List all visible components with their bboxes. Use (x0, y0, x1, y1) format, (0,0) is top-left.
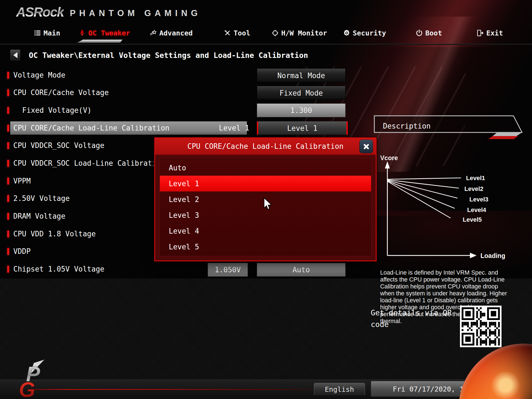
rocket-icon (78, 29, 86, 37)
setting-row[interactable]: Voltage Mode (0, 68, 258, 82)
red-tick-marker (7, 195, 9, 202)
voltage-mode-value-button[interactable]: Normal Mode (257, 69, 346, 82)
chipset-voltage-current-value: 1.050V (208, 263, 248, 277)
back-button[interactable] (10, 49, 21, 61)
option-auto[interactable]: Auto (160, 160, 371, 176)
qr-code (460, 306, 502, 347)
level2-label: Level2 (464, 185, 484, 192)
setting-current-value: Level 1 (219, 124, 249, 132)
red-tick-marker (7, 107, 9, 114)
red-tick-marker (7, 125, 9, 132)
setting-label: DRAM Voltage (13, 212, 65, 220)
red-tick-marker (7, 142, 9, 149)
dialog-title-bar: CPU CORE/Cache Load-Line Calibration (155, 138, 376, 155)
x-axis-arrow (470, 253, 477, 258)
red-tick-marker (7, 248, 9, 255)
red-tick-marker (7, 89, 9, 96)
tab-main[interactable]: Main (34, 27, 60, 39)
close-icon (363, 143, 370, 150)
tab-label: Boot (425, 29, 442, 37)
tools-icon (224, 29, 231, 37)
power-icon (416, 29, 423, 37)
setting-label: CPU VDD 1.8 Voltage (13, 230, 96, 238)
badge-icon (343, 29, 350, 37)
level3-label: Level3 (469, 196, 488, 203)
setting-label: CPU CORE/Cache Load-Line Calibration (13, 124, 170, 132)
setting-label: VPPM (13, 177, 31, 185)
dialog-title: CPU CORE/Cache Load-Line Calibration (187, 142, 344, 150)
description-panel-title: Description (383, 122, 431, 130)
active-tab-indicator (77, 40, 122, 43)
tab-boot[interactable]: Boot (416, 27, 442, 39)
setting-label: Fixed Voltage(V) (22, 106, 91, 114)
dialog-close-button[interactable] (359, 140, 373, 153)
phantom-gaming-pg-logo: P G (14, 359, 75, 399)
tab-exit[interactable]: Exit (477, 27, 503, 39)
exit-door-icon (477, 29, 484, 37)
tab-label: Tool (234, 29, 250, 37)
tab-advanced[interactable]: Advanced (150, 27, 193, 39)
vcore-loading-chart: Vcore Loading Level1 Level2 Level3 Level… (378, 153, 523, 264)
red-tick-marker (7, 213, 9, 220)
level5-label: Level5 (463, 216, 482, 223)
fixed-voltage-input[interactable]: 1.300 (257, 104, 346, 117)
tab-label: Advanced (159, 29, 193, 37)
tab-label: Main (44, 29, 60, 37)
red-corner-streak (355, 0, 532, 47)
breadcrumb: OC Tweaker\External Voltage Settings and… (29, 51, 308, 60)
phantom-gaming-wordmark: PHANTOM GAMING (70, 8, 201, 18)
tab-hw-monitor[interactable]: H/W Monitor (272, 27, 327, 39)
level1-line (388, 178, 461, 179)
chart-ylabel: Vcore (380, 154, 398, 162)
chart-xlabel: Loading (480, 252, 505, 259)
red-accent-line (30, 389, 337, 390)
tab-label: Exit (486, 29, 503, 37)
setting-label: 2.50V Voltage (13, 194, 70, 203)
setting-row[interactable]: Fixed Voltage(V) (0, 104, 258, 117)
svg-text:G: G (19, 378, 35, 399)
option-level5[interactable]: Level 5 (160, 239, 371, 255)
chipset-voltage-value-button[interactable]: Auto (257, 263, 346, 277)
mouse-cursor (263, 197, 273, 211)
red-tick-marker (7, 160, 9, 167)
tab-tool[interactable]: Tool (224, 27, 250, 39)
red-tick-marker (7, 266, 9, 273)
shooting-star-icon (150, 29, 157, 37)
y-axis-arrow (385, 161, 390, 168)
setting-label: CPU CORE/Cache Voltage (13, 88, 109, 97)
option-level4[interactable]: Level 4 (160, 223, 371, 239)
setting-label: VDDP (13, 247, 31, 255)
nav-divider (0, 44, 532, 45)
level2-line (388, 180, 459, 188)
language-button[interactable]: English (314, 383, 365, 396)
tab-label: Security (353, 29, 386, 37)
setting-row[interactable]: CPU CORE/Cache Voltage (0, 86, 258, 99)
back-arrow-icon (13, 52, 17, 58)
qr-caption: Get details via QR code (371, 307, 462, 330)
setting-label: CPU VDDCR_SOC Load-Line Calibration (13, 159, 165, 167)
setting-row-highlighted[interactable]: CPU CORE/Cache Load-Line Calibration Lev… (0, 121, 258, 135)
cpu-core-voltage-value-button[interactable]: Fixed Mode (257, 86, 346, 100)
level1-label: Level1 (466, 175, 485, 181)
setting-label: Chipset 1.05V Voltage (13, 265, 104, 273)
setting-label: Voltage Mode (13, 71, 65, 79)
llc-value-button-selected[interactable]: Level 1 (257, 121, 348, 135)
tab-label: H/W Monitor (281, 29, 327, 37)
setting-label: CPU VDDCR_SOC Voltage (13, 141, 104, 150)
red-tick-marker (7, 178, 9, 185)
red-tick-marker (7, 72, 9, 79)
tab-oc-tweaker[interactable]: OC Tweaker (78, 27, 130, 39)
level5-line (388, 181, 451, 218)
list-icon (34, 29, 41, 37)
asrock-logo: ASRock (16, 4, 64, 20)
red-tick-marker (7, 231, 9, 237)
crosshair-icon (272, 29, 279, 37)
option-level1-selected[interactable]: Level 1 (160, 176, 371, 191)
tab-security[interactable]: Security (343, 27, 386, 39)
level4-label: Level4 (467, 206, 486, 213)
tab-label: OC Tweaker (88, 29, 130, 37)
